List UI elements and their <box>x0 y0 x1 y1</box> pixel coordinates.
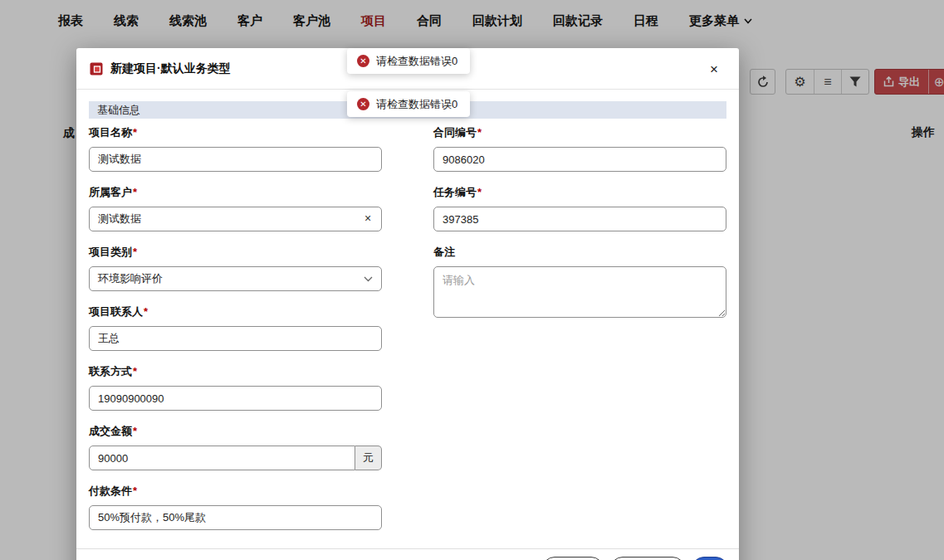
customer-label: 所属客户 <box>89 186 132 198</box>
form-column-right: 合同编号* 任务编号* 备注 <box>433 125 726 543</box>
field-customer: 所属客户* × <box>89 185 382 231</box>
required-mark: * <box>133 485 137 497</box>
remark-textarea[interactable] <box>433 266 726 318</box>
contract-no-input[interactable] <box>433 147 726 172</box>
field-contract-no: 合同编号* <box>433 125 726 172</box>
field-phone: 联系方式* <box>89 364 382 411</box>
remark-label: 备注 <box>433 246 455 258</box>
required-mark: * <box>133 246 137 258</box>
modal-title: 新建项目·默认业务类型 <box>110 61 231 76</box>
field-category: 项目类别* 环境影响评价 <box>89 245 382 291</box>
toast-message: 请检查数据错误0 <box>376 97 457 112</box>
form-column-left: 项目名称* 所属客户* × 项目类别* 环境影响评价 <box>89 125 382 543</box>
field-payment-terms: 付款条件* <box>89 484 382 530</box>
required-mark: * <box>477 126 482 139</box>
contact-input[interactable] <box>89 326 382 351</box>
footer-button-2[interactable] <box>610 557 685 560</box>
field-amount: 成交金额* 元 <box>89 424 382 470</box>
amount-unit-addon: 元 <box>355 446 382 470</box>
clear-icon[interactable]: × <box>361 212 374 225</box>
footer-button-1[interactable] <box>542 557 604 560</box>
error-icon: ✕ <box>357 98 369 110</box>
category-label: 项目类别 <box>89 246 132 258</box>
category-selected-value: 环境影响评价 <box>98 271 163 286</box>
payment-terms-input[interactable] <box>89 505 382 530</box>
customer-input[interactable] <box>89 207 382 231</box>
project-name-input[interactable] <box>89 147 382 172</box>
phone-input[interactable] <box>89 386 382 411</box>
close-icon[interactable]: × <box>706 61 722 78</box>
modal-footer <box>76 548 739 560</box>
task-no-input[interactable] <box>433 207 726 231</box>
field-remark: 备注 <box>433 245 726 321</box>
required-mark: * <box>133 425 137 437</box>
category-select[interactable]: 环境影响评价 <box>89 266 382 291</box>
required-mark: * <box>133 186 137 198</box>
footer-primary-button[interactable] <box>692 557 728 560</box>
amount-input[interactable] <box>89 446 355 470</box>
required-mark: * <box>133 126 137 139</box>
form-grid: 项目名称* 所属客户* × 项目类别* 环境影响评价 <box>89 125 726 543</box>
toast-message: 请检查数据错误0 <box>376 54 457 69</box>
required-mark: * <box>144 305 148 318</box>
project-form-icon <box>90 62 103 75</box>
phone-label: 联系方式 <box>89 365 132 377</box>
chevron-down-icon <box>364 276 373 282</box>
required-mark: * <box>477 186 482 198</box>
payment-terms-label: 付款条件 <box>89 485 132 497</box>
contact-label: 项目联系人 <box>89 305 143 318</box>
error-toast: ✕ 请检查数据错误0 <box>347 48 470 74</box>
task-no-label: 任务编号 <box>433 186 477 198</box>
field-contact: 项目联系人* <box>89 304 382 351</box>
error-toast: ✕ 请检查数据错误0 <box>347 91 470 117</box>
project-name-label: 项目名称 <box>89 126 132 139</box>
error-icon: ✕ <box>357 55 369 67</box>
modal-body: 基础信息 项目名称* 所属客户* × 项目类别* <box>76 90 739 543</box>
field-project-name: 项目名称* <box>89 125 382 172</box>
field-task-no: 任务编号* <box>433 185 726 231</box>
required-mark: * <box>133 365 137 377</box>
new-project-modal: 新建项目·默认业务类型 × 基础信息 项目名称* 所属客户* × <box>76 48 739 560</box>
contract-no-label: 合同编号 <box>433 126 477 139</box>
amount-label: 成交金额 <box>89 425 132 437</box>
